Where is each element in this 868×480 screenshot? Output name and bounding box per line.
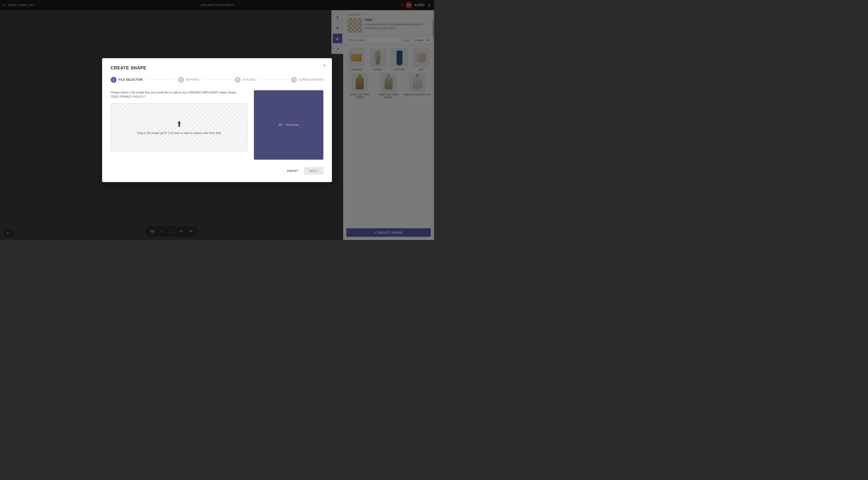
modal-description: Please select a 3D model that you would … xyxy=(111,90,247,99)
step-line-2 xyxy=(203,79,231,80)
step-4: 4 CONFIGURATION xyxy=(291,77,323,83)
modal-body: Please select a 3D model that you would … xyxy=(111,90,323,160)
preview-panel: 3D - Preview xyxy=(254,90,323,160)
step-line-1 xyxy=(146,79,175,80)
drop-zone-text: Drop a 3D model (glTF 2.0) here or click… xyxy=(137,131,221,135)
upload-icon: ⬆ xyxy=(176,120,182,129)
create-shape-modal: CREATE SHAPE × 1 FILE SELECTION 2 MAPPIN… xyxy=(102,58,332,182)
step-2-circle: 2 xyxy=(178,77,184,83)
drop-zone[interactable]: ⬆ Drop a 3D model (glTF 2.0) here or cli… xyxy=(111,103,247,151)
step-4-label: CONFIGURATION xyxy=(299,78,323,81)
abort-button[interactable]: ABORT xyxy=(284,167,302,175)
modal-title: CREATE SHAPE xyxy=(111,66,323,70)
step-4-circle: 4 xyxy=(291,77,297,83)
step-1-circle: 1 xyxy=(111,77,117,83)
next-button[interactable]: NEXT xyxy=(304,167,323,175)
preview-box: 3D - Preview xyxy=(254,90,323,160)
step-3-circle: 3 xyxy=(235,77,241,83)
step-2-label: MAPPING xyxy=(186,78,199,81)
step-3-label: SCALING xyxy=(243,78,256,81)
modal-footer: ABORT NEXT xyxy=(111,167,323,175)
drop-zone-container: Please select a 3D model that you would … xyxy=(111,90,247,160)
step-3: 3 SCALING xyxy=(235,77,256,83)
step-1: 1 FILE SELECTION xyxy=(111,77,143,83)
modal-close-button[interactable]: × xyxy=(321,63,328,69)
step-1-label: FILE SELECTION xyxy=(119,78,143,81)
preview-label: 3D - Preview xyxy=(278,123,299,127)
modal-overlay: CREATE SHAPE × 1 FILE SELECTION 2 MAPPIN… xyxy=(0,0,434,240)
step-line-3 xyxy=(259,79,287,80)
stepper: 1 FILE SELECTION 2 MAPPING 3 SCALING 4 C… xyxy=(111,77,323,83)
step-2: 2 MAPPING xyxy=(178,77,199,83)
